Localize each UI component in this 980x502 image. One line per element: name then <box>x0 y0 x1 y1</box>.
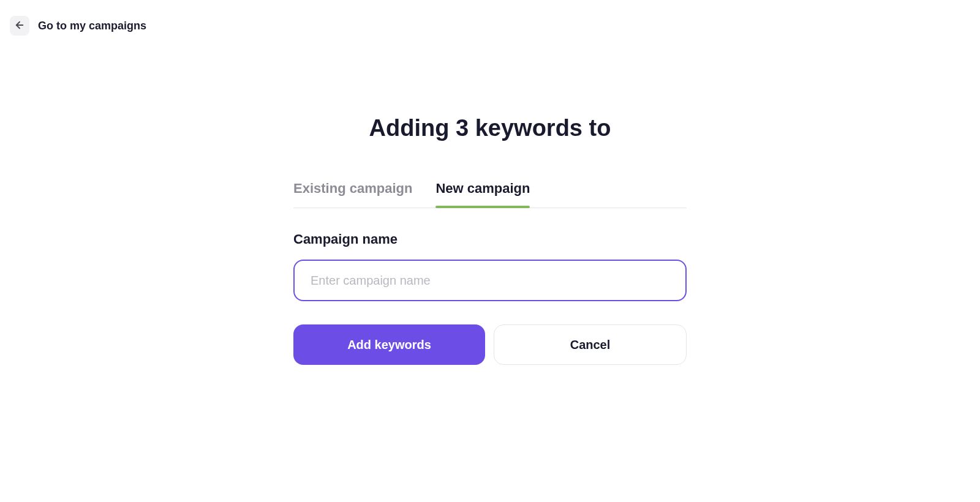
back-button[interactable] <box>10 16 29 36</box>
form-container: Existing campaign New campaign Campaign … <box>293 181 687 365</box>
tab-existing-campaign[interactable]: Existing campaign <box>293 181 412 208</box>
campaign-name-input[interactable] <box>293 260 687 301</box>
arrow-left-icon <box>14 20 25 32</box>
back-label: Go to my campaigns <box>38 20 146 32</box>
main-content: Adding 3 keywords to Existing campaign N… <box>0 51 980 365</box>
back-navigation: Go to my campaigns <box>0 0 980 51</box>
page-title: Adding 3 keywords to <box>369 115 611 141</box>
add-keywords-button[interactable]: Add keywords <box>293 324 485 365</box>
button-row: Add keywords Cancel <box>293 324 687 365</box>
campaign-name-label: Campaign name <box>293 231 687 247</box>
tab-new-campaign[interactable]: New campaign <box>435 181 530 208</box>
tabs: Existing campaign New campaign <box>293 181 687 208</box>
cancel-button[interactable]: Cancel <box>494 324 687 365</box>
